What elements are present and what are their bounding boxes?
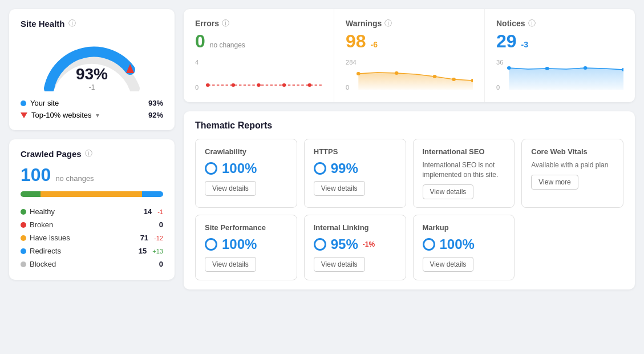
svg-text:36: 36 bbox=[496, 59, 504, 66]
report-international-seo: International SEO International SEO is n… bbox=[413, 139, 515, 208]
svg-text:284: 284 bbox=[346, 59, 357, 66]
site-performance-circle-icon bbox=[205, 238, 217, 251]
markup-score: 100% bbox=[423, 236, 505, 252]
site-performance-score: 100% bbox=[205, 236, 287, 252]
progress-healthy bbox=[21, 191, 40, 197]
svg-point-13 bbox=[433, 75, 437, 78]
core-web-vitals-view-button[interactable]: View more bbox=[531, 175, 578, 190]
gauge-percent: 93% -1 bbox=[76, 65, 108, 91]
warnings-chart: 284 0 bbox=[346, 57, 473, 91]
warnings-info-icon[interactable]: ⓘ bbox=[384, 18, 392, 29]
broken-dot bbox=[21, 222, 26, 228]
svg-point-7 bbox=[307, 83, 311, 87]
site-health-card: Site Health ⓘ 93% -1 bbox=[9, 9, 175, 130]
report-empty-slot bbox=[521, 215, 623, 280]
crawlability-circle-icon bbox=[205, 162, 217, 175]
reports-grid-bottom: Site Performance 100% View details Inter… bbox=[195, 215, 623, 280]
internal-linking-view-button[interactable]: View details bbox=[314, 257, 365, 272]
svg-marker-18 bbox=[509, 68, 623, 90]
issues-dot bbox=[21, 235, 26, 241]
report-https: HTTPS 99% View details bbox=[304, 139, 406, 208]
notices-info-icon[interactable]: ⓘ bbox=[528, 18, 536, 29]
report-core-web-vitals: Core Web Vitals Available with a paid pl… bbox=[521, 139, 623, 208]
svg-text:0: 0 bbox=[195, 85, 199, 91]
report-site-performance: Site Performance 100% View details bbox=[195, 215, 297, 280]
svg-text:4: 4 bbox=[195, 59, 199, 66]
svg-point-12 bbox=[395, 71, 399, 75]
crawled-pages-card: Crawled Pages ⓘ 100 no changes Healthy 1… bbox=[9, 139, 175, 280]
report-crawlability: Crawlability 100% View details bbox=[195, 139, 297, 208]
https-circle-icon bbox=[314, 162, 326, 175]
errors-info-icon[interactable]: ⓘ bbox=[222, 18, 229, 29]
crawled-progress-bar bbox=[21, 191, 163, 197]
site-health-title: Site Health ⓘ bbox=[21, 18, 163, 29]
blocked-dot bbox=[21, 262, 26, 267]
notices-card: Notices ⓘ 29 -3 36 0 bbox=[485, 9, 635, 102]
svg-point-14 bbox=[452, 78, 456, 81]
left-panel: Site Health ⓘ 93% -1 bbox=[9, 9, 175, 280]
notices-main: 29 -3 bbox=[496, 31, 623, 52]
list-item: Broken 0 bbox=[21, 218, 163, 231]
site-health-info-icon[interactable]: ⓘ bbox=[68, 18, 76, 29]
list-item: Have issues 71 -12 bbox=[21, 231, 163, 244]
svg-point-5 bbox=[257, 83, 261, 87]
errors-main: 0 no changes bbox=[195, 31, 322, 52]
internal-linking-score: 95% -1% bbox=[314, 236, 396, 252]
site-performance-view-button[interactable]: View details bbox=[205, 257, 256, 272]
crawled-pages-title: Crawled Pages ⓘ bbox=[21, 148, 163, 159]
redirects-dot bbox=[21, 248, 26, 254]
reports-grid-top: Crawlability 100% View details HTTPS 99%… bbox=[195, 139, 623, 208]
svg-point-11 bbox=[357, 72, 361, 75]
notices-title: Notices ⓘ bbox=[496, 18, 623, 29]
report-internal-linking: Internal Linking 95% -1% View details bbox=[304, 215, 406, 280]
errors-chart: 4 0 bbox=[195, 57, 322, 91]
legend-top-sites: Top-10% websites ▾ 92% bbox=[21, 109, 163, 121]
report-markup: Markup 100% View details bbox=[413, 215, 515, 280]
gauge-container: 93% -1 bbox=[21, 34, 163, 91]
svg-point-6 bbox=[282, 83, 286, 87]
healthy-dot bbox=[21, 209, 26, 215]
crawlability-view-button[interactable]: View details bbox=[205, 181, 256, 196]
warnings-title: Warnings ⓘ bbox=[346, 18, 473, 29]
notices-chart: 36 0 bbox=[496, 57, 623, 91]
progress-issues bbox=[40, 191, 142, 197]
list-item: Healthy 14 -1 bbox=[21, 205, 163, 218]
svg-point-19 bbox=[507, 66, 511, 70]
international-seo-view-button[interactable]: View details bbox=[423, 184, 474, 199]
your-site-dot bbox=[21, 100, 26, 106]
svg-point-20 bbox=[545, 67, 549, 70]
pages-list: Healthy 14 -1 Broken 0 Have issues 71 -1… bbox=[21, 205, 163, 271]
right-panel: Errors ⓘ 0 no changes 4 0 bbox=[184, 9, 635, 289]
warnings-card: Warnings ⓘ 98 -6 284 0 bbox=[334, 9, 485, 102]
site-health-legend: Your site 93% Top-10% websites ▾ 92% bbox=[21, 97, 163, 121]
svg-point-3 bbox=[206, 83, 210, 87]
https-score: 99% bbox=[314, 160, 396, 176]
gauge-svg: 93% -1 bbox=[40, 34, 143, 91]
crawled-pages-info-icon[interactable]: ⓘ bbox=[85, 148, 92, 159]
top-sites-icon bbox=[21, 112, 27, 118]
internal-linking-circle-icon bbox=[314, 238, 326, 251]
svg-point-4 bbox=[232, 83, 236, 87]
metrics-row: Errors ⓘ 0 no changes 4 0 bbox=[184, 9, 635, 102]
markup-circle-icon bbox=[423, 238, 435, 251]
https-view-button[interactable]: View details bbox=[314, 181, 365, 196]
thematic-reports-title: Thematic Reports bbox=[195, 120, 623, 131]
crawlability-score: 100% bbox=[205, 160, 287, 176]
errors-title: Errors ⓘ bbox=[195, 18, 322, 29]
dashboard: Site Health ⓘ 93% -1 bbox=[9, 9, 635, 289]
svg-text:0: 0 bbox=[346, 85, 349, 91]
svg-marker-10 bbox=[358, 73, 473, 90]
svg-point-21 bbox=[584, 66, 588, 70]
progress-redirects bbox=[142, 191, 164, 197]
svg-text:0: 0 bbox=[496, 85, 500, 91]
warnings-main: 98 -6 bbox=[346, 31, 473, 52]
legend-your-site: Your site 93% bbox=[21, 97, 163, 109]
crawled-count: 100 no changes bbox=[21, 164, 163, 186]
errors-card: Errors ⓘ 0 no changes 4 0 bbox=[184, 9, 334, 102]
list-item: Redirects 15 +13 bbox=[21, 244, 163, 258]
thematic-reports-card: Thematic Reports Crawlability 100% View … bbox=[184, 111, 635, 289]
markup-view-button[interactable]: View details bbox=[423, 257, 474, 272]
list-item: Blocked 0 bbox=[21, 258, 163, 271]
top-sites-caret[interactable]: ▾ bbox=[96, 111, 99, 119]
